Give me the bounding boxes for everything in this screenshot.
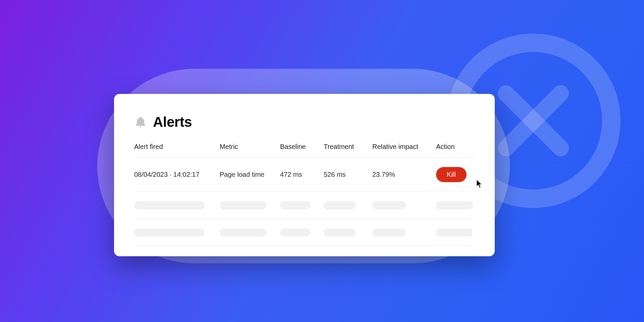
skeleton-placeholder (372, 228, 406, 236)
kill-button[interactable]: Kill (436, 167, 467, 182)
table-header-row: Alert fired Metric Baseline Treatment Re… (134, 143, 475, 158)
bell-icon (134, 116, 147, 128)
skeleton-placeholder (372, 201, 406, 209)
cell-treatment: 526 ms (324, 171, 372, 178)
col-header-alert-fired: Alert fired (134, 143, 220, 151)
panel-header: Alerts (134, 114, 475, 130)
skeleton-placeholder (324, 228, 356, 236)
cell-action: Kill (436, 167, 478, 182)
panel-title: Alerts (153, 114, 192, 130)
alerts-table: Alert fired Metric Baseline Treatment Re… (134, 143, 475, 246)
cell-metric: Page load time (220, 171, 280, 178)
skeleton-placeholder (436, 228, 473, 236)
skeleton-placeholder (280, 228, 310, 236)
skeleton-placeholder (436, 201, 473, 209)
skeleton-row (134, 192, 475, 219)
col-header-treatment: Treatment (324, 143, 372, 151)
cell-relative-impact: 23.79% (372, 171, 436, 178)
cursor-icon (476, 179, 483, 189)
skeleton-placeholder (220, 228, 267, 236)
skeleton-placeholder (134, 228, 205, 236)
cell-baseline: 472 ms (280, 171, 324, 178)
skeleton-placeholder (134, 201, 205, 209)
cell-alert-fired: 08/04/2023 · 14:02:17 (134, 171, 220, 178)
col-header-action: Action (436, 143, 478, 151)
skeleton-row (134, 219, 475, 246)
alerts-panel: Alerts Alert fired Metric Baseline Treat… (114, 94, 495, 256)
col-header-metric: Metric (220, 143, 280, 151)
skeleton-placeholder (220, 201, 267, 209)
col-header-baseline: Baseline (280, 143, 324, 151)
x-icon (486, 74, 580, 168)
skeleton-placeholder (324, 201, 356, 209)
col-header-relative-impact: Relative impact (372, 143, 436, 151)
table-row: 08/04/2023 · 14:02:17 Page load time 472… (134, 158, 475, 192)
skeleton-placeholder (280, 201, 310, 209)
